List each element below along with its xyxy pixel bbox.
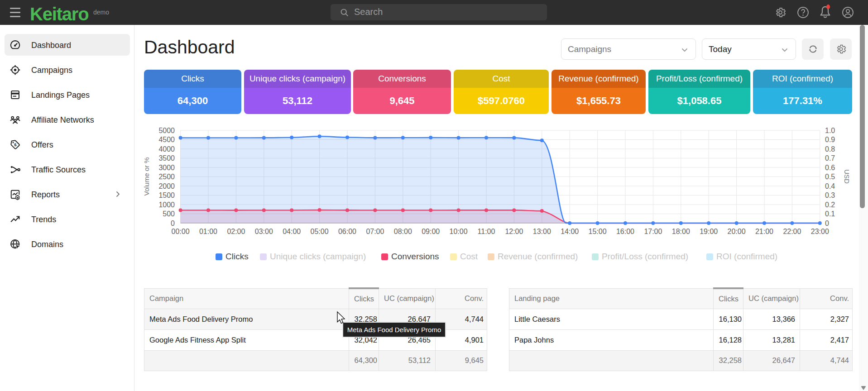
svg-text:0.7: 0.7 [825,154,835,162]
svg-text:04:00: 04:00 [283,228,301,235]
svg-text:0.8: 0.8 [825,145,835,153]
svg-text:4500: 4500 [158,136,175,143]
svg-text:02:00: 02:00 [227,228,245,235]
svg-text:USD: USD [843,169,851,184]
svg-text:2000: 2000 [158,182,175,190]
svg-text:0.4: 0.4 [825,182,835,190]
svg-text:500: 500 [163,210,175,218]
svg-text:1500: 1500 [158,191,175,199]
svg-text:08:00: 08:00 [394,228,412,235]
svg-text:0.3: 0.3 [825,191,835,199]
svg-text:18:00: 18:00 [672,228,690,235]
svg-text:2500: 2500 [158,173,175,181]
svg-text:4000: 4000 [158,145,175,153]
svg-text:0.9: 0.9 [825,136,835,143]
svg-text:3000: 3000 [158,164,175,172]
svg-text:16:00: 16:00 [616,228,634,235]
svg-text:5000: 5000 [158,127,175,134]
svg-text:00:00: 00:00 [172,228,190,235]
svg-text:0: 0 [171,219,175,227]
svg-text:23:00: 23:00 [811,228,829,235]
svg-text:11:00: 11:00 [478,228,495,235]
svg-text:01:00: 01:00 [199,228,217,235]
svg-text:06:00: 06:00 [338,228,356,235]
svg-text:3500: 3500 [158,154,175,162]
svg-text:17:00: 17:00 [644,228,662,235]
svg-text:1.0: 1.0 [825,127,835,134]
svg-text:15:00: 15:00 [589,228,607,235]
svg-text:1000: 1000 [158,201,175,209]
svg-text:12:00: 12:00 [505,228,523,235]
svg-text:0.2: 0.2 [825,201,835,209]
svg-text:10:00: 10:00 [450,228,468,235]
svg-text:03:00: 03:00 [255,228,273,235]
svg-text:0.1: 0.1 [825,210,835,218]
svg-text:22:00: 22:00 [783,228,801,235]
svg-text:13:00: 13:00 [533,228,551,235]
svg-text:19:00: 19:00 [700,228,718,235]
svg-text:0.5: 0.5 [825,173,835,181]
svg-text:21:00: 21:00 [755,228,773,235]
svg-text:Volume or %: Volume or % [143,157,150,196]
svg-text:09:00: 09:00 [422,228,440,235]
svg-text:$: $ [14,142,17,147]
svg-text:14:00: 14:00 [561,228,579,235]
svg-text:20:00: 20:00 [728,228,746,235]
svg-text:0.6: 0.6 [825,164,835,172]
svg-text:0: 0 [825,219,829,227]
svg-text:07:00: 07:00 [366,228,384,235]
svg-text:05:00: 05:00 [311,228,329,235]
